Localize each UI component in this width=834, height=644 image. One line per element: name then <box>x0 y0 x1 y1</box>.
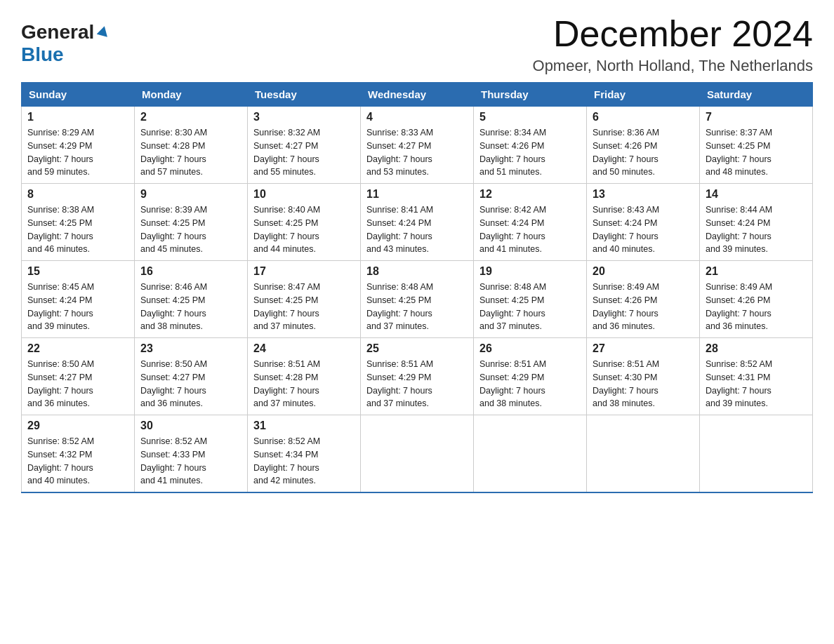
day-info: Sunrise: 8:33 AMSunset: 4:27 PMDaylight:… <box>366 126 468 179</box>
table-row: 23Sunrise: 8:50 AMSunset: 4:27 PMDayligh… <box>135 338 248 415</box>
table-row: 20Sunrise: 8:49 AMSunset: 4:26 PMDayligh… <box>587 261 700 338</box>
table-row: 12Sunrise: 8:42 AMSunset: 4:24 PMDayligh… <box>474 184 587 261</box>
day-number: 30 <box>140 420 241 432</box>
day-info: Sunrise: 8:50 AMSunset: 4:27 PMDaylight:… <box>140 358 241 410</box>
table-row: 17Sunrise: 8:47 AMSunset: 4:25 PMDayligh… <box>248 261 361 338</box>
table-row: 2Sunrise: 8:30 AMSunset: 4:28 PMDaylight… <box>135 107 248 184</box>
day-info: Sunrise: 8:48 AMSunset: 4:25 PMDaylight:… <box>479 281 581 333</box>
day-number: 24 <box>253 342 355 355</box>
table-row: 6Sunrise: 8:36 AMSunset: 4:26 PMDaylight… <box>587 107 700 184</box>
day-info: Sunrise: 8:51 AMSunset: 4:28 PMDaylight:… <box>253 358 355 410</box>
day-number: 25 <box>366 342 468 355</box>
day-info: Sunrise: 8:45 AMSunset: 4:24 PMDaylight:… <box>27 281 128 333</box>
day-info: Sunrise: 8:39 AMSunset: 4:25 PMDaylight:… <box>140 203 241 256</box>
table-row <box>474 415 587 493</box>
day-info: Sunrise: 8:50 AMSunset: 4:27 PMDaylight:… <box>27 358 128 410</box>
day-number: 20 <box>593 265 694 278</box>
table-row: 30Sunrise: 8:52 AMSunset: 4:33 PMDayligh… <box>135 415 248 493</box>
table-row: 7Sunrise: 8:37 AMSunset: 4:25 PMDaylight… <box>700 107 813 184</box>
day-number: 16 <box>140 265 241 278</box>
page-header: General Blue December 2024 Opmeer, North… <box>21 14 813 75</box>
table-row: 8Sunrise: 8:38 AMSunset: 4:25 PMDaylight… <box>22 184 135 261</box>
table-row: 3Sunrise: 8:32 AMSunset: 4:27 PMDaylight… <box>248 107 361 184</box>
day-info: Sunrise: 8:49 AMSunset: 4:26 PMDaylight:… <box>706 281 807 333</box>
table-row <box>587 415 700 493</box>
day-info: Sunrise: 8:43 AMSunset: 4:24 PMDaylight:… <box>593 203 694 256</box>
table-row: 28Sunrise: 8:52 AMSunset: 4:31 PMDayligh… <box>700 338 813 415</box>
day-info: Sunrise: 8:41 AMSunset: 4:24 PMDaylight:… <box>366 203 468 256</box>
day-number: 22 <box>27 342 128 355</box>
day-info: Sunrise: 8:52 AMSunset: 4:32 PMDaylight:… <box>27 435 128 488</box>
day-number: 6 <box>593 111 694 123</box>
table-row: 31Sunrise: 8:52 AMSunset: 4:34 PMDayligh… <box>248 415 361 493</box>
day-number: 19 <box>479 265 581 278</box>
day-number: 28 <box>706 342 807 355</box>
calendar-header-row: Sunday Monday Tuesday Wednesday Thursday… <box>22 83 813 107</box>
day-info: Sunrise: 8:51 AMSunset: 4:29 PMDaylight:… <box>366 358 468 410</box>
day-number: 9 <box>140 188 241 201</box>
day-info: Sunrise: 8:40 AMSunset: 4:25 PMDaylight:… <box>253 203 355 256</box>
day-number: 13 <box>593 188 694 201</box>
logo-triangle-icon <box>97 25 110 40</box>
day-info: Sunrise: 8:48 AMSunset: 4:25 PMDaylight:… <box>366 281 468 333</box>
table-row: 15Sunrise: 8:45 AMSunset: 4:24 PMDayligh… <box>22 261 135 338</box>
day-info: Sunrise: 8:30 AMSunset: 4:28 PMDaylight:… <box>140 126 241 179</box>
title-block: December 2024 Opmeer, North Holland, The… <box>533 14 813 75</box>
col-thursday: Thursday <box>474 83 587 107</box>
day-number: 8 <box>27 188 128 201</box>
table-row: 18Sunrise: 8:48 AMSunset: 4:25 PMDayligh… <box>361 261 474 338</box>
table-row: 4Sunrise: 8:33 AMSunset: 4:27 PMDaylight… <box>361 107 474 184</box>
table-row: 24Sunrise: 8:51 AMSunset: 4:28 PMDayligh… <box>248 338 361 415</box>
day-info: Sunrise: 8:52 AMSunset: 4:33 PMDaylight:… <box>140 435 241 488</box>
day-number: 27 <box>593 342 694 355</box>
month-year-title: December 2024 <box>533 14 813 54</box>
table-row: 26Sunrise: 8:51 AMSunset: 4:29 PMDayligh… <box>474 338 587 415</box>
day-number: 12 <box>479 188 581 201</box>
day-info: Sunrise: 8:32 AMSunset: 4:27 PMDaylight:… <box>253 126 355 179</box>
day-info: Sunrise: 8:47 AMSunset: 4:25 PMDaylight:… <box>253 281 355 333</box>
col-sunday: Sunday <box>22 83 135 107</box>
day-number: 3 <box>253 111 355 123</box>
day-info: Sunrise: 8:44 AMSunset: 4:24 PMDaylight:… <box>706 203 807 256</box>
day-info: Sunrise: 8:51 AMSunset: 4:30 PMDaylight:… <box>593 358 694 410</box>
day-info: Sunrise: 8:38 AMSunset: 4:25 PMDaylight:… <box>27 203 128 256</box>
day-number: 1 <box>27 111 128 123</box>
col-tuesday: Tuesday <box>248 83 361 107</box>
calendar-week-row: 15Sunrise: 8:45 AMSunset: 4:24 PMDayligh… <box>22 261 813 338</box>
day-number: 29 <box>27 420 128 432</box>
table-row: 1Sunrise: 8:29 AMSunset: 4:29 PMDaylight… <box>22 107 135 184</box>
day-info: Sunrise: 8:51 AMSunset: 4:29 PMDaylight:… <box>479 358 581 410</box>
table-row: 9Sunrise: 8:39 AMSunset: 4:25 PMDaylight… <box>135 184 248 261</box>
table-row: 22Sunrise: 8:50 AMSunset: 4:27 PMDayligh… <box>22 338 135 415</box>
day-info: Sunrise: 8:37 AMSunset: 4:25 PMDaylight:… <box>706 126 807 179</box>
table-row: 29Sunrise: 8:52 AMSunset: 4:32 PMDayligh… <box>22 415 135 493</box>
day-info: Sunrise: 8:34 AMSunset: 4:26 PMDaylight:… <box>479 126 581 179</box>
day-number: 18 <box>366 265 468 278</box>
day-number: 2 <box>140 111 241 123</box>
svg-marker-0 <box>97 25 110 37</box>
table-row: 11Sunrise: 8:41 AMSunset: 4:24 PMDayligh… <box>361 184 474 261</box>
col-wednesday: Wednesday <box>361 83 474 107</box>
day-info: Sunrise: 8:46 AMSunset: 4:25 PMDaylight:… <box>140 281 241 333</box>
day-number: 11 <box>366 188 468 201</box>
day-number: 31 <box>253 420 355 432</box>
table-row: 25Sunrise: 8:51 AMSunset: 4:29 PMDayligh… <box>361 338 474 415</box>
table-row: 19Sunrise: 8:48 AMSunset: 4:25 PMDayligh… <box>474 261 587 338</box>
day-number: 5 <box>479 111 581 123</box>
calendar-week-row: 1Sunrise: 8:29 AMSunset: 4:29 PMDaylight… <box>22 107 813 184</box>
logo: General Blue <box>21 21 110 66</box>
table-row: 10Sunrise: 8:40 AMSunset: 4:25 PMDayligh… <box>248 184 361 261</box>
table-row <box>700 415 813 493</box>
location-subtitle: Opmeer, North Holland, The Netherlands <box>533 57 813 75</box>
day-number: 23 <box>140 342 241 355</box>
col-saturday: Saturday <box>700 83 813 107</box>
day-number: 15 <box>27 265 128 278</box>
day-number: 7 <box>706 111 807 123</box>
logo-general: General <box>21 21 94 43</box>
table-row: 21Sunrise: 8:49 AMSunset: 4:26 PMDayligh… <box>700 261 813 338</box>
calendar-table: Sunday Monday Tuesday Wednesday Thursday… <box>21 82 813 493</box>
calendar-week-row: 8Sunrise: 8:38 AMSunset: 4:25 PMDaylight… <box>22 184 813 261</box>
day-info: Sunrise: 8:52 AMSunset: 4:31 PMDaylight:… <box>706 358 807 410</box>
table-row <box>361 415 474 493</box>
day-info: Sunrise: 8:36 AMSunset: 4:26 PMDaylight:… <box>593 126 694 179</box>
